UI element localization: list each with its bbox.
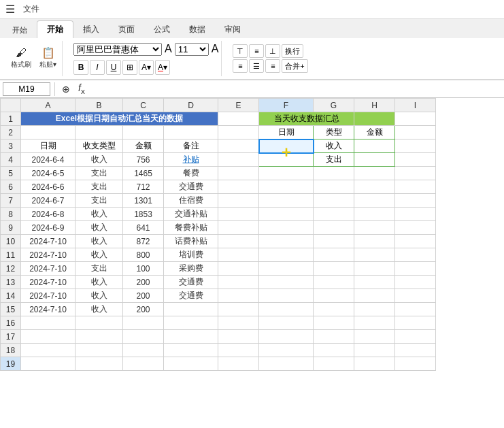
cell-A1[interactable]: Excel根据日期自动汇总当天的数据 xyxy=(21,112,218,126)
cell-F1[interactable]: 当天收支数据汇总 xyxy=(259,112,354,126)
cell-G4[interactable]: 支出 xyxy=(314,153,354,167)
col-header-E[interactable]: E xyxy=(218,99,259,112)
cell-A11[interactable]: 2024-7-10 xyxy=(21,248,75,262)
row-header-19[interactable]: 19 xyxy=(1,357,21,371)
cell-B14[interactable]: 收入 xyxy=(75,289,123,303)
cell-B8[interactable]: 收入 xyxy=(75,208,123,221)
font-size-select[interactable]: 11 xyxy=(175,43,209,56)
magnify-icon[interactable]: ⊕ xyxy=(59,84,73,95)
cell-C7[interactable]: 1301 xyxy=(123,194,164,208)
cell-G3[interactable]: 收入 xyxy=(314,139,354,153)
font-size-up-btn[interactable]: A xyxy=(212,43,219,55)
cell-D5[interactable]: 餐费 xyxy=(164,167,218,180)
cell-A4[interactable]: 2024-6-4 xyxy=(21,153,75,167)
font-color-btn[interactable]: A▾ xyxy=(155,60,170,75)
align-right-btn[interactable]: ≡ xyxy=(265,59,280,73)
col-header-D[interactable]: D xyxy=(164,99,218,112)
format-painter-btn[interactable]: 🖌 格式刷 xyxy=(8,46,34,71)
cell-D11[interactable]: 培训费 xyxy=(164,248,218,262)
row-header-4[interactable]: 4 xyxy=(1,153,21,167)
cell-D10[interactable]: 话费补贴 xyxy=(164,235,218,248)
col-header-C[interactable]: C xyxy=(123,99,164,112)
italic-btn[interactable]: I xyxy=(90,60,105,75)
paste-btn[interactable]: 📋 粘贴▾ xyxy=(37,46,59,71)
wrap-text-btn[interactable]: 换行 xyxy=(282,44,303,58)
row-header-3[interactable]: 3 xyxy=(1,139,21,153)
row-header-13[interactable]: 13 xyxy=(1,276,21,289)
cell-C3[interactable]: 金额 xyxy=(123,139,164,153)
row-header-8[interactable]: 8 xyxy=(1,208,21,221)
cell-D8[interactable]: 交通补贴 xyxy=(164,208,218,221)
cell-C6[interactable]: 712 xyxy=(123,180,164,194)
cell-D4[interactable]: 补贴 xyxy=(164,153,218,167)
row-header-6[interactable]: 6 xyxy=(1,180,21,194)
cell-B7[interactable]: 支出 xyxy=(75,194,123,208)
row-header-18[interactable]: 18 xyxy=(1,344,21,357)
tab-formula[interactable]: 公式 xyxy=(144,21,180,38)
underline-btn[interactable]: U xyxy=(106,60,121,75)
cell-D14[interactable]: 交通费 xyxy=(164,289,218,303)
cell-B4[interactable]: 收入 xyxy=(75,153,123,167)
row-header-11[interactable]: 11 xyxy=(1,248,21,262)
align-bottom-btn[interactable]: ⊥ xyxy=(265,44,280,58)
tab-start[interactable]: 开始 xyxy=(37,20,73,38)
spreadsheet-container[interactable]: A B C D E F G H I 1 Excel根据日期自动汇总当天的数据 当… xyxy=(0,98,504,428)
col-header-I[interactable]: I xyxy=(395,99,436,112)
cell-B6[interactable]: 支出 xyxy=(75,180,123,194)
tab-review[interactable]: 审阅 xyxy=(215,21,250,38)
cell-C10[interactable]: 872 xyxy=(123,235,164,248)
cell-B5[interactable]: 支出 xyxy=(75,167,123,180)
row-header-12[interactable]: 12 xyxy=(1,262,21,276)
row-header-17[interactable]: 17 xyxy=(1,330,21,344)
tab-insert[interactable]: 插入 xyxy=(73,21,109,38)
row-header-9[interactable]: 9 xyxy=(1,221,21,235)
cell-A10[interactable]: 2024-7-10 xyxy=(21,235,75,248)
border-btn[interactable]: ⊞ xyxy=(122,60,137,75)
tab-data[interactable]: 数据 xyxy=(180,21,215,38)
cell-B12[interactable]: 支出 xyxy=(75,262,123,276)
cell-D7[interactable]: 住宿费 xyxy=(164,194,218,208)
formula-fx-icon[interactable]: fx xyxy=(75,82,88,95)
cell-F2[interactable]: 日期 xyxy=(259,126,314,139)
cell-C14[interactable]: 200 xyxy=(123,289,164,303)
tab-page[interactable]: 页面 xyxy=(109,21,144,38)
col-header-H[interactable]: H xyxy=(354,99,395,112)
cell-A9[interactable]: 2024-6-9 xyxy=(21,221,75,235)
cell-C11[interactable]: 800 xyxy=(123,248,164,262)
row-header-7[interactable]: 7 xyxy=(1,194,21,208)
formula-input[interactable] xyxy=(90,82,501,96)
cell-C15[interactable]: 200 xyxy=(123,303,164,316)
merge-btn[interactable]: 合并+ xyxy=(282,59,307,73)
cell-H2[interactable]: 金额 xyxy=(354,126,395,139)
align-top-btn[interactable]: ⊤ xyxy=(233,44,248,58)
cell-A13[interactable]: 2024-7-10 xyxy=(21,276,75,289)
cell-G2[interactable]: 类型 xyxy=(314,126,354,139)
cell-D13[interactable]: 交通费 xyxy=(164,276,218,289)
row-header-2[interactable]: 2 xyxy=(1,126,21,139)
font-name-select[interactable]: 阿里巴巴普惠体 xyxy=(73,43,162,56)
font-size-down-btn[interactable]: A xyxy=(165,43,172,55)
cell-C9[interactable]: 641 xyxy=(123,221,164,235)
cell-D12[interactable]: 采购费 xyxy=(164,262,218,276)
col-header-A[interactable]: A xyxy=(21,99,75,112)
row-header-5[interactable]: 5 xyxy=(1,167,21,180)
cell-B11[interactable]: 收入 xyxy=(75,248,123,262)
cell-B10[interactable]: 收入 xyxy=(75,235,123,248)
bold-btn[interactable]: B xyxy=(73,60,88,75)
cell-C13[interactable]: 200 xyxy=(123,276,164,289)
cell-D6[interactable]: 交通费 xyxy=(164,180,218,194)
tab-home-inactive[interactable]: 开始 xyxy=(3,22,37,38)
cell-A15[interactable]: 2024-7-10 xyxy=(21,303,75,316)
col-header-B[interactable]: B xyxy=(75,99,123,112)
row-header-1[interactable]: 1 xyxy=(1,112,21,126)
cell-A14[interactable]: 2024-7-10 xyxy=(21,289,75,303)
col-header-F[interactable]: F xyxy=(259,99,314,112)
col-header-G[interactable]: G xyxy=(314,99,354,112)
cell-A6[interactable]: 2024-6-6 xyxy=(21,180,75,194)
cell-A12[interactable]: 2024-7-10 xyxy=(21,262,75,276)
cell-C12[interactable]: 100 xyxy=(123,262,164,276)
row-header-10[interactable]: 10 xyxy=(1,235,21,248)
cell-A7[interactable]: 2024-6-7 xyxy=(21,194,75,208)
align-left-btn[interactable]: ≡ xyxy=(233,59,248,73)
row-header-14[interactable]: 14 xyxy=(1,289,21,303)
